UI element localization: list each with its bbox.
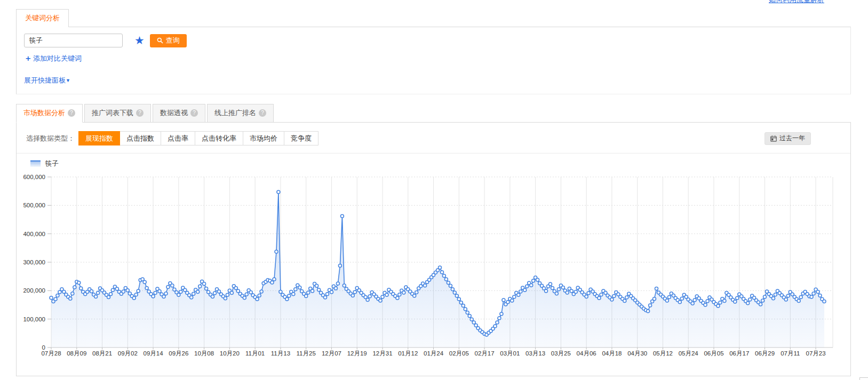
floating-widget-fragment[interactable] (859, 377, 868, 380)
data-point[interactable] (132, 296, 136, 300)
data-point[interactable] (50, 296, 53, 300)
data-point[interactable] (213, 292, 217, 295)
data-point[interactable] (73, 286, 76, 289)
data-point[interactable] (340, 215, 344, 218)
data-point[interactable] (351, 294, 354, 297)
data-point[interactable] (511, 299, 514, 302)
tab-3[interactable]: 线上推广排名? (207, 104, 274, 123)
data-point[interactable] (190, 296, 193, 299)
data-point[interactable] (447, 281, 450, 284)
data-point[interactable] (164, 292, 168, 295)
data-point[interactable] (523, 288, 527, 292)
data-point[interactable] (94, 295, 98, 298)
data-point[interactable] (396, 296, 399, 300)
data-point[interactable] (587, 292, 590, 295)
data-point[interactable] (500, 312, 503, 316)
data-point[interactable] (298, 286, 301, 289)
data-point[interactable] (680, 297, 683, 300)
data-point[interactable] (736, 296, 739, 300)
data-point[interactable] (653, 297, 656, 301)
data-point[interactable] (772, 297, 775, 300)
data-point[interactable] (461, 304, 465, 308)
data-point[interactable] (502, 298, 505, 302)
data-point[interactable] (179, 290, 182, 294)
data-point[interactable] (506, 301, 509, 304)
data-point[interactable] (192, 292, 195, 295)
data-point[interactable] (799, 296, 802, 299)
tab-0[interactable]: 市场数据分析? (16, 104, 83, 123)
data-point[interactable] (493, 325, 497, 328)
data-point[interactable] (623, 300, 626, 303)
data-point[interactable] (307, 291, 310, 294)
data-point[interactable] (273, 278, 276, 281)
keyword-input[interactable] (24, 34, 123, 47)
data-point[interactable] (763, 295, 767, 298)
data-point[interactable] (198, 285, 202, 288)
data-type-0[interactable]: 展现指数 (78, 131, 120, 145)
tab-keyword-analysis[interactable]: 关键词分析 (16, 9, 69, 27)
data-point[interactable] (557, 288, 560, 291)
data-point[interactable] (667, 296, 671, 299)
data-point[interactable] (260, 290, 263, 293)
data-point[interactable] (545, 289, 548, 293)
data-point[interactable] (245, 293, 248, 296)
data-point[interactable] (704, 303, 707, 306)
data-point[interactable] (625, 296, 628, 299)
data-point[interactable] (439, 266, 442, 269)
data-point[interactable] (498, 317, 501, 320)
data-point[interactable] (761, 299, 765, 302)
data-point[interactable] (288, 294, 291, 297)
data-point[interactable] (774, 293, 777, 296)
data-point[interactable] (336, 282, 339, 285)
data-point[interactable] (69, 297, 72, 300)
data-point[interactable] (97, 292, 100, 295)
data-point[interactable] (109, 293, 113, 296)
data-point[interactable] (279, 290, 282, 294)
data-point[interactable] (532, 279, 535, 282)
data-point[interactable] (441, 271, 444, 274)
data-point[interactable] (455, 294, 458, 297)
data-point[interactable] (457, 297, 460, 301)
data-point[interactable] (451, 288, 454, 291)
data-point[interactable] (353, 290, 356, 294)
data-point[interactable] (258, 294, 261, 297)
data-type-3[interactable]: 点击转化率 (195, 131, 243, 145)
data-point[interactable] (158, 289, 161, 293)
data-point[interactable] (612, 295, 616, 298)
expand-quick-panel-link[interactable]: 展开快捷面板▼ (24, 76, 70, 84)
data-point[interactable] (816, 290, 819, 294)
data-point[interactable] (678, 301, 681, 304)
data-point[interactable] (218, 290, 221, 293)
data-point[interactable] (334, 287, 337, 290)
help-icon[interactable]: ? (190, 109, 198, 117)
data-point[interactable] (734, 300, 737, 303)
data-point[interactable] (196, 290, 200, 294)
data-point[interactable] (786, 294, 790, 297)
data-point[interactable] (748, 298, 752, 301)
tab-1[interactable]: 推广词表下载? (84, 104, 151, 123)
data-type-5[interactable]: 竞争度 (284, 131, 318, 145)
data-point[interactable] (818, 294, 822, 297)
data-point[interactable] (610, 298, 614, 301)
data-point[interactable] (234, 287, 237, 290)
data-point[interactable] (413, 294, 416, 297)
data-type-2[interactable]: 点击率 (161, 131, 195, 145)
data-point[interactable] (122, 290, 125, 293)
data-point[interactable] (536, 278, 539, 281)
data-point[interactable] (530, 284, 533, 287)
data-point[interactable] (555, 292, 558, 295)
data-point[interactable] (691, 302, 694, 305)
data-point[interactable] (415, 291, 418, 294)
data-point[interactable] (203, 282, 206, 286)
data-point[interactable] (402, 291, 405, 294)
data-point[interactable] (655, 287, 658, 290)
data-point[interactable] (111, 288, 114, 292)
data-point[interactable] (693, 298, 696, 302)
data-point[interactable] (398, 293, 401, 296)
data-type-1[interactable]: 点击指数 (120, 131, 161, 145)
data-point[interactable] (211, 295, 214, 298)
data-point[interactable] (381, 295, 384, 298)
data-point[interactable] (224, 297, 227, 300)
data-point[interactable] (585, 295, 588, 298)
help-icon[interactable]: ? (259, 109, 266, 117)
